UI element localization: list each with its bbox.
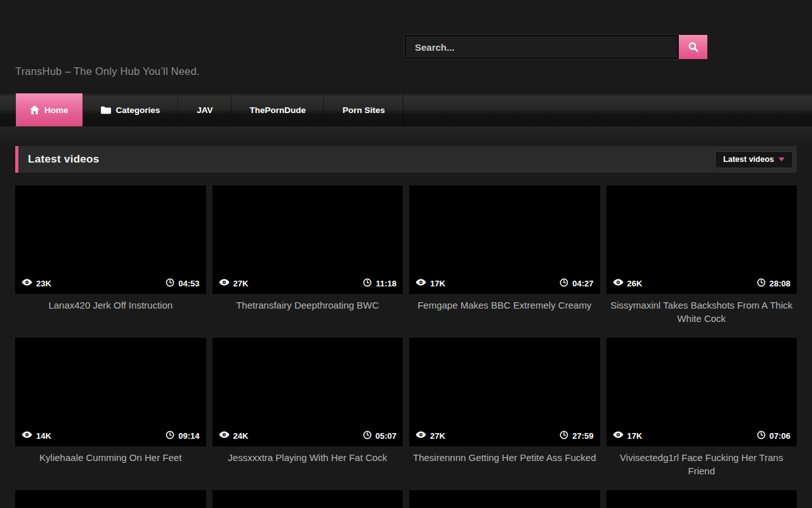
video-thumbnail[interactable]: 27K11:18 (213, 185, 403, 294)
search-bar (405, 35, 707, 59)
video-title[interactable]: Vivisectedg1rl Face Fucking Her Trans Fr… (606, 451, 797, 478)
eye-icon (219, 279, 230, 288)
duration-value: 27:59 (572, 431, 593, 441)
video-stats: 27K27:59 (409, 431, 600, 446)
views-stat: 23K (22, 279, 51, 288)
views-count: 17K (430, 279, 445, 288)
duration-value: 11:18 (376, 279, 396, 288)
video-card-partial[interactable] (15, 490, 206, 508)
video-thumbnail[interactable]: 24K05:07 (213, 338, 403, 446)
eye-icon (416, 431, 426, 441)
video-card[interactable]: 17K04:27Femgape Makes BBC Extremely Crea… (409, 185, 600, 338)
duration-value: 28:08 (769, 279, 790, 288)
video-card[interactable]: 17K07:06Vivisectedg1rl Face Fucking Her … (606, 338, 797, 490)
video-card[interactable]: 27K27:59Thesirennnn Getting Her Petite A… (409, 338, 600, 490)
section-title: Latest videos (28, 153, 715, 166)
video-title[interactable]: Sissymaxinl Takes Backshots From A Thick… (606, 298, 797, 326)
nav-item-label: ThePornDude (250, 105, 306, 115)
duration-stat: 05:07 (363, 431, 396, 441)
video-thumbnail[interactable]: 27K27:59 (409, 338, 600, 446)
clock-icon (757, 431, 766, 441)
duration-value: 09:14 (178, 431, 199, 441)
sort-dropdown[interactable]: Latest videos (715, 151, 793, 168)
views-count: 24K (233, 431, 249, 441)
video-title[interactable]: Lanax420 Jerk Off Instruction (15, 298, 206, 312)
duration-value: 05:07 (376, 431, 396, 441)
video-stats: 26K28:08 (606, 278, 797, 294)
video-card[interactable]: 23K04:53Lanax420 Jerk Off Instruction (15, 185, 206, 338)
video-stats: 14K09:14 (15, 431, 206, 446)
duration-stat: 04:27 (560, 278, 593, 289)
nav-item-categories[interactable]: Categories (82, 93, 179, 126)
views-count: 27K (430, 431, 445, 441)
section-header: Latest videos Latest videos (15, 146, 797, 173)
video-thumbnail[interactable] (213, 490, 403, 508)
clock-icon (560, 431, 568, 441)
video-card[interactable]: 27K11:18Thetransfairy Deepthroating BWC (213, 185, 403, 338)
search-button[interactable] (679, 35, 707, 59)
video-thumbnail[interactable]: 23K04:53 (15, 185, 206, 294)
duration-stat: 09:14 (166, 431, 199, 441)
main-navbar: Home Categories JAV ThePornDude Porn Sit… (0, 93, 812, 126)
views-stat: 27K (219, 279, 249, 288)
views-stat: 24K (219, 431, 249, 441)
video-card[interactable]: 24K05:07Jessxxxtra Playing With Her Fat … (213, 338, 403, 490)
duration-stat: 11:18 (363, 278, 396, 289)
duration-value: 07:06 (769, 431, 790, 441)
nav-item-label: Categories (116, 105, 160, 115)
video-stats: 23K04:53 (15, 278, 206, 294)
video-card[interactable]: 14K09:14Kyliehaale Cumming On Her Feet (15, 338, 206, 490)
magnifier-icon (688, 41, 699, 53)
home-icon (30, 105, 39, 114)
video-title[interactable]: Thesirennnn Getting Her Petite Ass Fucke… (409, 451, 600, 464)
duration-stat: 04:53 (166, 278, 199, 289)
video-thumbnail[interactable]: 17K04:27 (409, 185, 600, 294)
nav-item-theporndude[interactable]: ThePornDude (232, 93, 325, 126)
video-thumbnail[interactable]: 17K07:06 (606, 338, 797, 446)
nav-item-home[interactable]: Home (16, 93, 82, 126)
views-stat: 27K (416, 431, 445, 441)
video-stats: 17K07:06 (606, 431, 797, 446)
video-card-partial[interactable] (606, 490, 797, 508)
caret-down-icon (778, 157, 785, 161)
eye-icon (22, 279, 32, 288)
duration-stat: 27:59 (560, 431, 593, 441)
clock-icon (560, 278, 568, 289)
views-stat: 14K (22, 431, 51, 441)
nav-item-porn-sites[interactable]: Porn Sites (324, 93, 403, 126)
clock-icon (166, 278, 174, 289)
eye-icon (416, 279, 426, 288)
video-thumbnail[interactable] (15, 490, 206, 508)
clock-icon (363, 431, 372, 441)
views-count: 26K (627, 279, 643, 288)
nav-item-label: Porn Sites (343, 105, 385, 115)
video-title[interactable]: Femgape Makes BBC Extremely Creamy (409, 298, 600, 312)
eye-icon (22, 431, 32, 441)
views-count: 14K (36, 431, 51, 441)
video-title[interactable]: Kyliehaale Cumming On Her Feet (15, 451, 206, 464)
video-card-partial[interactable] (213, 490, 403, 508)
video-thumbnail[interactable]: 26K28:08 (606, 185, 797, 294)
duration-value: 04:53 (178, 279, 199, 288)
nav-item-label: JAV (197, 105, 213, 115)
video-grid: 23K04:53Lanax420 Jerk Off Instruction27K… (15, 185, 797, 508)
search-input[interactable] (405, 35, 679, 59)
eye-icon (613, 279, 624, 288)
video-card[interactable]: 26K28:08Sissymaxinl Takes Backshots From… (606, 185, 797, 338)
video-thumbnail[interactable]: 14K09:14 (15, 338, 206, 446)
eye-icon (219, 431, 230, 441)
video-title[interactable]: Thetransfairy Deepthroating BWC (213, 298, 403, 312)
clock-icon (166, 431, 174, 441)
video-thumbnail[interactable] (606, 490, 797, 508)
video-thumbnail[interactable] (409, 490, 600, 508)
clock-icon (757, 278, 766, 289)
nav-item-jav[interactable]: JAV (178, 93, 231, 126)
video-card-partial[interactable] (409, 490, 600, 508)
video-title[interactable]: Jessxxxtra Playing With Her Fat Cock (213, 451, 403, 464)
folder-icon (101, 106, 111, 114)
nav-item-label: Home (44, 105, 69, 115)
video-stats: 24K05:07 (213, 431, 403, 446)
site-tagline: TransHub – The Only Hub You’ll Need. (15, 65, 200, 77)
duration-value: 04:27 (572, 279, 593, 288)
views-count: 23K (36, 279, 51, 288)
